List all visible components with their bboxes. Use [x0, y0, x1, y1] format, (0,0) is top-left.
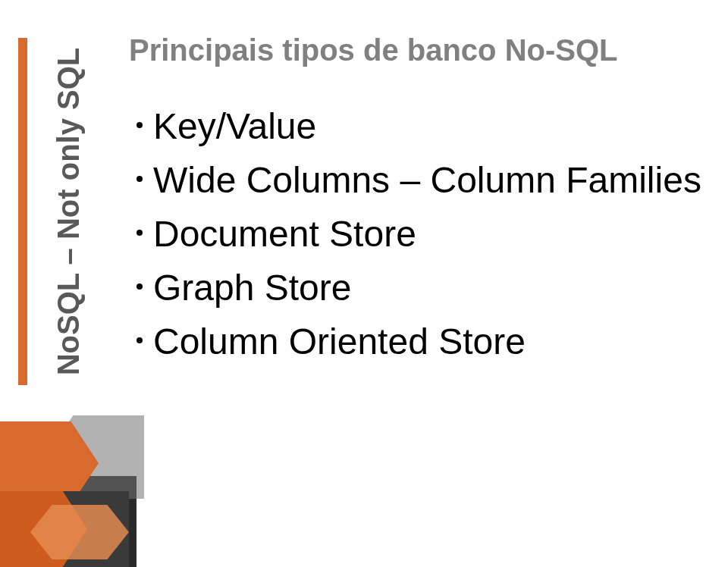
list-item-label: Key/Value [153, 99, 316, 153]
slide-title: Principais tipos de banco No-SQL [129, 33, 713, 67]
content-area: Principais tipos de banco No-SQL Key/Val… [129, 33, 713, 368]
list-item-label: Document Store [153, 207, 416, 261]
list-item-label: Wide Columns – Column Families [153, 153, 701, 207]
list-item: Wide Columns – Column Families [129, 153, 713, 207]
list-item-label: Column Oriented Store [153, 315, 526, 368]
slide: NoSQL – Not only SQL Principais tipos de… [0, 0, 728, 567]
list-item: Column Oriented Store [129, 315, 713, 368]
bullet-icon [136, 337, 143, 343]
bullet-icon [136, 176, 143, 182]
bullet-list: Key/Value Wide Columns – Column Families… [129, 99, 713, 368]
sidebar-strip: NoSQL – Not only SQL [18, 38, 109, 385]
corner-decoration [0, 370, 152, 567]
list-item: Key/Value [129, 99, 713, 153]
bullet-icon [136, 284, 143, 290]
list-item: Graph Store [129, 261, 713, 315]
sidebar-label: NoSQL – Not only SQL [52, 48, 86, 376]
bullet-icon [136, 230, 143, 236]
bullet-icon [136, 122, 143, 128]
list-item: Document Store [129, 207, 713, 261]
list-item-label: Graph Store [153, 261, 351, 315]
